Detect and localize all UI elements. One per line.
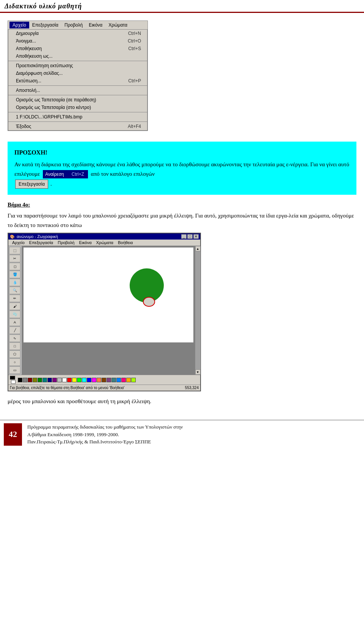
menu-item-printpreview[interactable]: Προεπισκόπηση εκτύπωσης [8, 62, 147, 69]
tool-text[interactable]: A [9, 318, 20, 326]
tool-pencil[interactable]: ✏ [9, 295, 20, 302]
menu-separator-5 [8, 121, 147, 122]
menu-item-wallpaper-tile[interactable]: Ορισμός ως Ταπετσαρία (σε παράθεση) [8, 96, 147, 104]
palette-rose[interactable] [121, 378, 126, 382]
menu-bar-item-edit[interactable]: Επεξεργασία [29, 22, 61, 28]
menu-separator-1 [8, 61, 147, 61]
paint-menu-help[interactable]: Βοήθεια [116, 240, 135, 245]
close-button[interactable]: ✕ [193, 234, 199, 239]
menu-item-save[interactable]: Αποθήκευση Ctrl+S [8, 45, 147, 52]
page-footer: 42 Πρόγραμμα πειραματικής διδασκαλίας το… [0, 420, 364, 446]
tool-polygon[interactable]: ⬠ [9, 350, 20, 358]
attention-box: ΠΡΟΣΟΧΗ! Αν κατά τη διάρκεια της σχεδίασ… [8, 142, 356, 195]
statusbar-text: Για βοήθεια, επιλέξτε τα θέματα στη Βοήθ… [10, 386, 124, 390]
paint-menu-file[interactable]: Αρχείο [10, 240, 27, 245]
tool-rect[interactable]: □ [9, 342, 20, 350]
inline-category-label: Επεξεργασία [15, 180, 48, 189]
palette-olive[interactable] [33, 378, 37, 382]
palette-red[interactable] [67, 378, 72, 382]
tool-ellipse[interactable]: ○ [9, 358, 20, 366]
color-palette [18, 378, 136, 382]
paint-menubar: Αρχείο Επεξεργασία Προβολή Εικόνα Χρώματ… [8, 240, 200, 246]
scrollbar-vertical[interactable]: ▲ ▼ [195, 246, 200, 375]
main-content: Αρχείο Επεξεργασία Προβολή Εικόνα Χρώματ… [0, 13, 364, 413]
menu-item-pagesetup[interactable]: Διαμόρφωση σελίδας... [8, 69, 147, 77]
menu-item-recent[interactable]: 1 F:\OLDC\...\GRPHFLT\Ms.bmp [8, 113, 147, 121]
palette-stealteal[interactable] [111, 378, 116, 382]
paint-statusbar: Για βοήθεια, επιλέξτε τα θέματα στη Βοήθ… [8, 385, 200, 391]
tool-rrect[interactable]: ▭ [9, 366, 20, 374]
menu-bar-item-image[interactable]: Εικόνα [86, 22, 105, 28]
tool-eyedrop[interactable]: 💧 [9, 279, 20, 286]
menu-item-wallpaper-center[interactable]: Ορισμός ως Ταπετσαρία (στο κέντρο) [8, 104, 147, 111]
page-number: 42 [4, 423, 22, 446]
attention-title: ΠΡΟΣΟΧΗ! [14, 148, 350, 158]
footer-line3: Παν.Πειραιώς-Τμ.Πλήρ/κής & Παιδ.Ινστιτού… [27, 438, 183, 446]
palette-lime[interactable] [77, 378, 82, 382]
palette-teal[interactable] [42, 378, 47, 382]
paint-canvas[interactable] [24, 248, 193, 342]
menu-item-open[interactable]: Άνοιγμα... Ctrl+O [8, 37, 147, 45]
palette-magenta[interactable] [92, 378, 96, 382]
tool-curve[interactable]: ∿ [9, 334, 20, 342]
palette-black[interactable] [18, 378, 22, 382]
inline-menu-undo-label: Αναίρεση [45, 170, 64, 178]
palette-mauve[interactable] [107, 378, 111, 382]
palette-brown[interactable] [102, 378, 106, 382]
palette-darkred[interactable] [28, 378, 32, 382]
palette-navy[interactable] [47, 378, 52, 382]
scroll-track[interactable] [195, 251, 201, 369]
maximize-button[interactable]: □ [187, 234, 193, 239]
menu-separator-3 [8, 95, 147, 95]
palette-cornflower[interactable] [116, 378, 121, 382]
tool-line[interactable]: ╱ [9, 326, 20, 334]
foreground-color[interactable] [10, 376, 15, 380]
palette-white[interactable] [62, 378, 67, 382]
palette-blue[interactable] [87, 378, 91, 382]
palette-green[interactable] [38, 378, 42, 382]
menu-bar-item-colors[interactable]: Χρώματα [105, 22, 130, 28]
attention-body: Αν κατά τη διάρκεια της σχεδίασης κάνουμ… [14, 160, 350, 189]
step4-text1: Για να παραστήσουμε τον λαιμό του μπαλον… [8, 211, 356, 230]
footer-text: Πρόγραμμα πειραματικής διδασκαλίας του μ… [27, 423, 183, 446]
menu-dropdown: Δημιουργία Ctrl+N Άνοιγμα... Ctrl+O Αποθ… [8, 30, 147, 131]
menu-item-send[interactable]: Αποστολή... [8, 87, 147, 94]
paint-canvas-area [22, 246, 195, 375]
tool-brush[interactable]: 🖌 [9, 303, 20, 310]
scroll-up-button[interactable]: ▲ [195, 246, 201, 251]
inline-menu-undo-shortcut: Ctrl+Z [72, 170, 84, 178]
menu-item-new[interactable]: Δημιουργία Ctrl+N [8, 30, 147, 37]
paint-app-icon: 🎨 [10, 235, 14, 239]
palette-cyan[interactable] [82, 378, 86, 382]
tool-airbrush[interactable]: 🫧 [9, 311, 20, 318]
menu-item-exit[interactable]: Έξοδος Alt+F4 [8, 123, 147, 130]
palette-orange[interactable] [97, 378, 101, 382]
tool-eraser[interactable]: ◻ [9, 263, 20, 270]
palette-chartreuse[interactable] [131, 378, 136, 382]
paint-menu-image[interactable]: Εικόνα [77, 240, 94, 245]
paint-menu-view[interactable]: Προβολή [55, 240, 77, 245]
palette-amber[interactable] [126, 378, 131, 382]
step4-section: Βήμα 4ο: Για να παραστήσουμε τον λαιμό τ… [8, 200, 356, 230]
tool-fill[interactable]: 🪣 [9, 271, 20, 278]
tool-select-rect[interactable]: ⬚ [9, 247, 20, 254]
scroll-down-button[interactable]: ▼ [195, 369, 201, 375]
palette-yellow[interactable] [72, 378, 77, 382]
background-color[interactable] [11, 380, 16, 384]
palette-purple[interactable] [52, 378, 57, 382]
minimize-button[interactable]: _ [181, 234, 187, 239]
palette-gray[interactable] [23, 378, 27, 382]
paint-menu-colors[interactable]: Χρώματα [94, 240, 116, 245]
menu-item-print[interactable]: Εκτύπωση... Ctrl+P [8, 77, 147, 85]
paint-screenshot: 🎨 ανώνυμο - Ζωγραφική _ □ ✕ Αρχείο Επεξε… [8, 233, 201, 391]
tool-zoom[interactable]: 🔍 [9, 287, 20, 294]
paint-menu-edit[interactable]: Επεξεργασία [27, 240, 55, 245]
paint-body: ⬚ ✂ ◻ 🪣 💧 🔍 ✏ 🖌 🫧 A ╱ ∿ □ ⬠ ○ ▭ [8, 246, 200, 375]
tool-select-free[interactable]: ✂ [9, 255, 20, 262]
menu-bar-item-file[interactable]: Αρχείο [9, 22, 29, 28]
inline-menu-undo: Αναίρεση Ctrl+Z [43, 170, 88, 178]
paint-toolbar: ⬚ ✂ ◻ 🪣 💧 🔍 ✏ 🖌 🫧 A ╱ ∿ □ ⬠ ○ ▭ [8, 246, 22, 375]
palette-silver[interactable] [57, 378, 62, 382]
menu-item-saveas[interactable]: Αποθήκευση ως... [8, 52, 147, 60]
menu-bar-item-view[interactable]: Προβολή [61, 22, 86, 28]
